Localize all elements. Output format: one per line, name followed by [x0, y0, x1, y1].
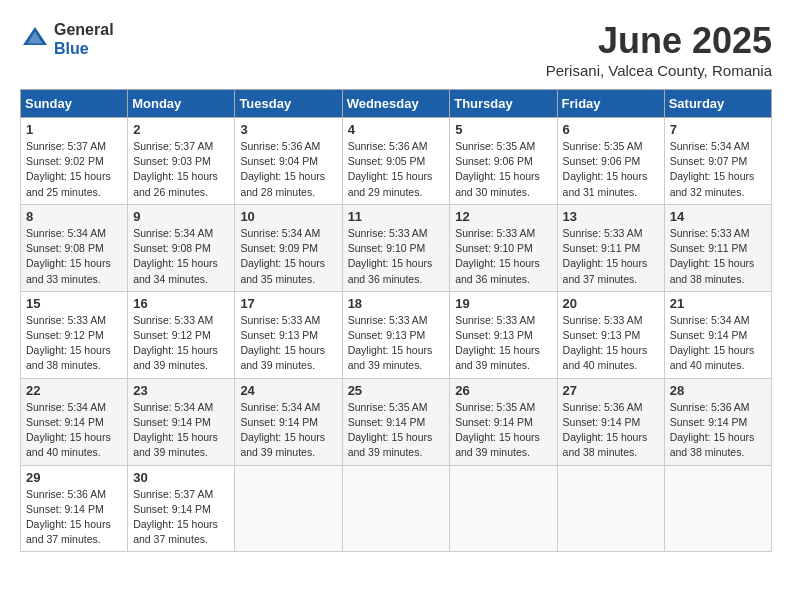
day-number: 24 [240, 383, 336, 398]
month-title: June 2025 [546, 20, 772, 62]
day-info: Sunrise: 5:36 AMSunset: 9:14 PMDaylight:… [26, 488, 111, 546]
day-info: Sunrise: 5:37 AMSunset: 9:02 PMDaylight:… [26, 140, 111, 198]
day-info: Sunrise: 5:34 AMSunset: 9:14 PMDaylight:… [670, 314, 755, 372]
day-number: 7 [670, 122, 766, 137]
day-info: Sunrise: 5:33 AMSunset: 9:11 PMDaylight:… [670, 227, 755, 285]
day-number: 27 [563, 383, 659, 398]
calendar-week-row: 15 Sunrise: 5:33 AMSunset: 9:12 PMDaylig… [21, 291, 772, 378]
day-number: 6 [563, 122, 659, 137]
calendar-week-row: 1 Sunrise: 5:37 AMSunset: 9:02 PMDayligh… [21, 118, 772, 205]
table-row: 29 Sunrise: 5:36 AMSunset: 9:14 PMDaylig… [21, 465, 128, 552]
table-row: 12 Sunrise: 5:33 AMSunset: 9:10 PMDaylig… [450, 204, 557, 291]
table-row: 24 Sunrise: 5:34 AMSunset: 9:14 PMDaylig… [235, 378, 342, 465]
day-number: 11 [348, 209, 445, 224]
table-row: 23 Sunrise: 5:34 AMSunset: 9:14 PMDaylig… [128, 378, 235, 465]
table-row: 14 Sunrise: 5:33 AMSunset: 9:11 PMDaylig… [664, 204, 771, 291]
day-info: Sunrise: 5:33 AMSunset: 9:12 PMDaylight:… [133, 314, 218, 372]
day-info: Sunrise: 5:33 AMSunset: 9:11 PMDaylight:… [563, 227, 648, 285]
table-row: 9 Sunrise: 5:34 AMSunset: 9:08 PMDayligh… [128, 204, 235, 291]
table-row: 26 Sunrise: 5:35 AMSunset: 9:14 PMDaylig… [450, 378, 557, 465]
table-row: 4 Sunrise: 5:36 AMSunset: 9:05 PMDayligh… [342, 118, 450, 205]
table-row: 13 Sunrise: 5:33 AMSunset: 9:11 PMDaylig… [557, 204, 664, 291]
day-info: Sunrise: 5:34 AMSunset: 9:08 PMDaylight:… [133, 227, 218, 285]
location-title: Perisani, Valcea County, Romania [546, 62, 772, 79]
table-row: 11 Sunrise: 5:33 AMSunset: 9:10 PMDaylig… [342, 204, 450, 291]
day-number: 21 [670, 296, 766, 311]
day-number: 1 [26, 122, 122, 137]
table-row: 27 Sunrise: 5:36 AMSunset: 9:14 PMDaylig… [557, 378, 664, 465]
day-number: 10 [240, 209, 336, 224]
table-row [235, 465, 342, 552]
day-number: 13 [563, 209, 659, 224]
table-row: 3 Sunrise: 5:36 AMSunset: 9:04 PMDayligh… [235, 118, 342, 205]
day-number: 22 [26, 383, 122, 398]
day-number: 3 [240, 122, 336, 137]
day-info: Sunrise: 5:35 AMSunset: 9:14 PMDaylight:… [455, 401, 540, 459]
day-info: Sunrise: 5:33 AMSunset: 9:13 PMDaylight:… [348, 314, 433, 372]
day-info: Sunrise: 5:37 AMSunset: 9:14 PMDaylight:… [133, 488, 218, 546]
table-row: 17 Sunrise: 5:33 AMSunset: 9:13 PMDaylig… [235, 291, 342, 378]
table-row: 22 Sunrise: 5:34 AMSunset: 9:14 PMDaylig… [21, 378, 128, 465]
day-number: 14 [670, 209, 766, 224]
logo: General Blue [20, 20, 114, 58]
day-info: Sunrise: 5:33 AMSunset: 9:10 PMDaylight:… [348, 227, 433, 285]
logo-text: General Blue [54, 20, 114, 58]
calendar-header-row: Sunday Monday Tuesday Wednesday Thursday… [21, 90, 772, 118]
day-number: 17 [240, 296, 336, 311]
col-monday: Monday [128, 90, 235, 118]
table-row: 5 Sunrise: 5:35 AMSunset: 9:06 PMDayligh… [450, 118, 557, 205]
day-info: Sunrise: 5:36 AMSunset: 9:14 PMDaylight:… [670, 401, 755, 459]
day-info: Sunrise: 5:35 AMSunset: 9:06 PMDaylight:… [455, 140, 540, 198]
day-info: Sunrise: 5:34 AMSunset: 9:14 PMDaylight:… [133, 401, 218, 459]
day-info: Sunrise: 5:35 AMSunset: 9:06 PMDaylight:… [563, 140, 648, 198]
day-number: 15 [26, 296, 122, 311]
day-info: Sunrise: 5:36 AMSunset: 9:05 PMDaylight:… [348, 140, 433, 198]
table-row: 20 Sunrise: 5:33 AMSunset: 9:13 PMDaylig… [557, 291, 664, 378]
day-number: 9 [133, 209, 229, 224]
day-number: 19 [455, 296, 551, 311]
day-number: 4 [348, 122, 445, 137]
day-info: Sunrise: 5:33 AMSunset: 9:13 PMDaylight:… [240, 314, 325, 372]
day-info: Sunrise: 5:37 AMSunset: 9:03 PMDaylight:… [133, 140, 218, 198]
day-info: Sunrise: 5:34 AMSunset: 9:09 PMDaylight:… [240, 227, 325, 285]
day-number: 30 [133, 470, 229, 485]
day-number: 20 [563, 296, 659, 311]
table-row: 15 Sunrise: 5:33 AMSunset: 9:12 PMDaylig… [21, 291, 128, 378]
col-sunday: Sunday [21, 90, 128, 118]
day-info: Sunrise: 5:33 AMSunset: 9:13 PMDaylight:… [563, 314, 648, 372]
table-row: 21 Sunrise: 5:34 AMSunset: 9:14 PMDaylig… [664, 291, 771, 378]
title-section: June 2025 Perisani, Valcea County, Roman… [546, 20, 772, 79]
logo-icon [20, 24, 50, 54]
day-number: 26 [455, 383, 551, 398]
col-saturday: Saturday [664, 90, 771, 118]
table-row: 7 Sunrise: 5:34 AMSunset: 9:07 PMDayligh… [664, 118, 771, 205]
calendar: Sunday Monday Tuesday Wednesday Thursday… [20, 89, 772, 552]
day-info: Sunrise: 5:34 AMSunset: 9:14 PMDaylight:… [240, 401, 325, 459]
day-number: 18 [348, 296, 445, 311]
table-row: 19 Sunrise: 5:33 AMSunset: 9:13 PMDaylig… [450, 291, 557, 378]
col-tuesday: Tuesday [235, 90, 342, 118]
day-number: 28 [670, 383, 766, 398]
table-row: 8 Sunrise: 5:34 AMSunset: 9:08 PMDayligh… [21, 204, 128, 291]
day-info: Sunrise: 5:35 AMSunset: 9:14 PMDaylight:… [348, 401, 433, 459]
logo-general: General [54, 21, 114, 38]
table-row [664, 465, 771, 552]
day-number: 16 [133, 296, 229, 311]
table-row [557, 465, 664, 552]
day-info: Sunrise: 5:34 AMSunset: 9:07 PMDaylight:… [670, 140, 755, 198]
table-row: 28 Sunrise: 5:36 AMSunset: 9:14 PMDaylig… [664, 378, 771, 465]
table-row: 6 Sunrise: 5:35 AMSunset: 9:06 PMDayligh… [557, 118, 664, 205]
day-number: 23 [133, 383, 229, 398]
table-row: 10 Sunrise: 5:34 AMSunset: 9:09 PMDaylig… [235, 204, 342, 291]
day-info: Sunrise: 5:36 AMSunset: 9:04 PMDaylight:… [240, 140, 325, 198]
day-info: Sunrise: 5:33 AMSunset: 9:10 PMDaylight:… [455, 227, 540, 285]
table-row: 25 Sunrise: 5:35 AMSunset: 9:14 PMDaylig… [342, 378, 450, 465]
day-info: Sunrise: 5:33 AMSunset: 9:13 PMDaylight:… [455, 314, 540, 372]
logo-blue: Blue [54, 40, 89, 57]
col-thursday: Thursday [450, 90, 557, 118]
table-row: 18 Sunrise: 5:33 AMSunset: 9:13 PMDaylig… [342, 291, 450, 378]
day-info: Sunrise: 5:34 AMSunset: 9:08 PMDaylight:… [26, 227, 111, 285]
calendar-week-row: 8 Sunrise: 5:34 AMSunset: 9:08 PMDayligh… [21, 204, 772, 291]
calendar-week-row: 29 Sunrise: 5:36 AMSunset: 9:14 PMDaylig… [21, 465, 772, 552]
day-info: Sunrise: 5:36 AMSunset: 9:14 PMDaylight:… [563, 401, 648, 459]
